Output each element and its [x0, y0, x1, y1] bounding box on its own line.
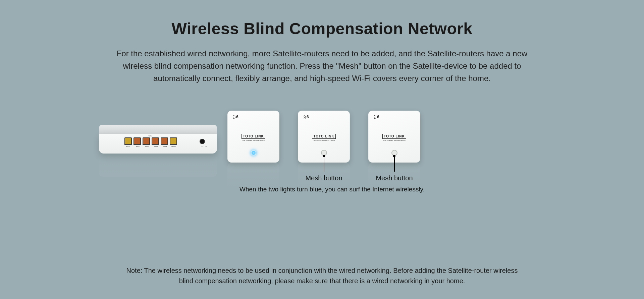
wifi-icon [231, 115, 235, 119]
port-labels: IPTV LAN1 LAN2 LAN3 LAN4 WAN [124, 145, 177, 147]
wifi6-text: 6 [236, 115, 238, 119]
wifi-icon [302, 115, 306, 119]
satellite-brand: TOTO LINK [382, 134, 406, 139]
port-lan1 [133, 137, 141, 145]
satellite-tagline: The Smartest Network Device [310, 139, 338, 141]
satellite-device-1: 6 TOTO LINK The Smartest Network Device [227, 111, 279, 163]
router-ports [124, 137, 177, 145]
port-label-lan3: LAN3 [152, 145, 159, 147]
devices-row: PoE IPTV LAN1 LAN2 LAN3 LAN4 WAN DC IN [0, 108, 644, 222]
port-label-lan2: LAN2 [143, 145, 150, 147]
satellite-tagline: The Smartest Network Device [381, 139, 408, 141]
footer-note: Note: The wireless networking needs to b… [0, 265, 644, 286]
router-reflection [99, 154, 217, 177]
router-device: PoE IPTV LAN1 LAN2 LAN3 LAN4 WAN DC IN [99, 125, 217, 158]
wifi6-text: 6 [377, 115, 379, 119]
port-lan2 [143, 137, 150, 145]
port-lan3 [152, 137, 159, 145]
port-lan4 [161, 137, 168, 145]
dc-label: DC IN [202, 145, 207, 147]
wifi-icon [372, 115, 376, 119]
port-iptv [124, 137, 132, 145]
wifi6-badge: 6 [372, 115, 379, 119]
satellite-brand: TOTO LINK [312, 134, 336, 139]
port-label-lan4: LAN4 [161, 145, 168, 147]
satellite-brand: TOTO LINK [241, 134, 265, 139]
callout-line [394, 156, 395, 172]
poe-label: PoE [148, 135, 152, 137]
port-wan [170, 137, 177, 145]
wifi6-badge: 6 [302, 115, 309, 119]
port-label-iptv: IPTV [124, 145, 132, 147]
dc-jack [200, 139, 205, 144]
wifi6-text: 6 [307, 115, 309, 119]
port-label-wan: WAN [170, 145, 177, 147]
mesh-button-label: Mesh button [298, 174, 350, 182]
satellite-tagline: The Smartest Network Device [240, 139, 267, 141]
page-subtitle: For the established wired networking, mo… [116, 47, 528, 85]
wifi6-badge: 6 [231, 115, 238, 119]
callout-line [324, 156, 324, 172]
led-indicator-blue [251, 150, 257, 156]
surf-instruction: When the two lights turn blue, you can s… [231, 186, 433, 193]
port-label-lan1: LAN1 [133, 145, 141, 147]
page-title: Wireless Blind Compensation Network [0, 0, 644, 38]
mesh-button-label: Mesh button [368, 174, 420, 182]
